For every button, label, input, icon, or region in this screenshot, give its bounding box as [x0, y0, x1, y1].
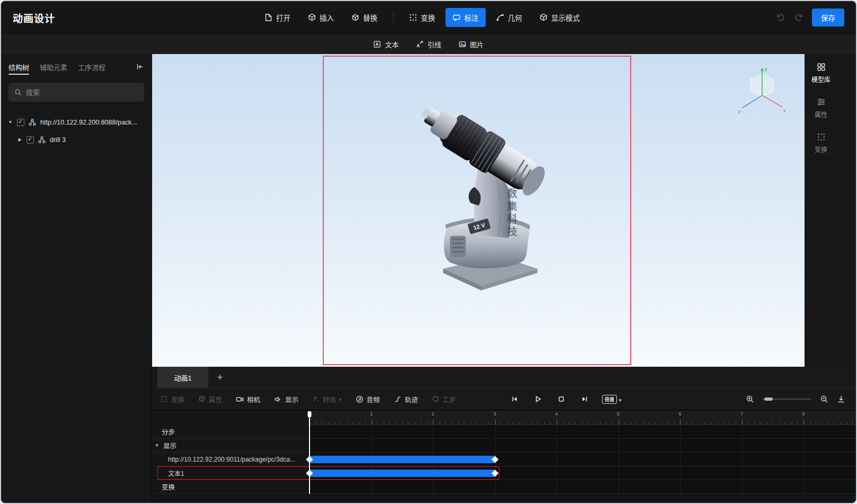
tab-process-flow[interactable]: 工序流程: [78, 54, 105, 79]
ruler-tick: [495, 420, 496, 425]
drill-3d-model[interactable]: 12 V: [420, 83, 560, 300]
ruler-number: 4: [555, 411, 558, 417]
zoom-in-icon[interactable]: [746, 395, 754, 403]
timeline-ruler[interactable]: 012345678: [152, 410, 856, 425]
viewport-3d[interactable]: 12 V 数集科技 y x: [152, 54, 805, 367]
ruler-tick: [322, 422, 322, 425]
stop-icon[interactable]: [558, 395, 565, 403]
app-title: 动画设计: [13, 11, 55, 25]
timeline-bar[interactable]: [310, 456, 495, 463]
undo-icon[interactable]: [776, 13, 785, 22]
button-label: 插入: [320, 12, 334, 23]
ruler-tick: [544, 422, 545, 425]
animation-tab[interactable]: 动画1: [157, 367, 208, 388]
open-button[interactable]: 打开: [257, 8, 297, 27]
model-library-button[interactable]: 模型库: [808, 63, 834, 84]
keyframe-diamond[interactable]: [492, 456, 498, 462]
properties-button[interactable]: 属性: [808, 98, 834, 119]
ruler-tick: [427, 422, 427, 425]
row-track[interactable]: [308, 466, 856, 480]
tree-item-package[interactable]: http://10.122.92.200:8088/pack...: [1, 113, 152, 131]
checkbox-icon[interactable]: [26, 136, 34, 144]
insert-button[interactable]: 插入: [301, 8, 341, 27]
row-track[interactable]: [308, 425, 856, 438]
ruler-tick: [729, 422, 730, 425]
tl-display-button[interactable]: 显示: [274, 394, 298, 404]
ruler-tick: [340, 422, 341, 425]
timeline-playhead[interactable]: [309, 411, 310, 494]
geometry-button[interactable]: 几何: [489, 8, 529, 27]
effects-icon: [312, 395, 320, 403]
tab-auxiliary-elements[interactable]: 辅助元素: [40, 54, 67, 79]
cube-icon: [198, 395, 206, 403]
save-button[interactable]: 保存: [812, 8, 844, 26]
text-annotation-button[interactable]: 文本: [373, 39, 399, 49]
tl-audio-button[interactable]: 音频: [356, 394, 380, 404]
row-track[interactable]: [308, 453, 856, 466]
ruler-tick: [766, 422, 767, 425]
tl-effects-button[interactable]: 特效: [312, 394, 342, 404]
row-label: 文本1: [152, 466, 308, 480]
ruler-number: 2: [431, 411, 434, 417]
tl-transform-button[interactable]: 变换: [161, 394, 184, 404]
replace-button[interactable]: 替换: [344, 8, 384, 27]
play-icon[interactable]: [534, 395, 542, 403]
timeline-row-transform[interactable]: 变换: [152, 480, 856, 494]
tab-structure-tree[interactable]: 结构树: [8, 54, 29, 79]
leader-annotation-button[interactable]: 引线: [416, 39, 441, 49]
previous-frame-icon[interactable]: [511, 395, 518, 403]
image-annotation-button[interactable]: 图片: [458, 39, 484, 49]
timeline-panel: 动画1 + 变换 属性 相机 显示 特效: [152, 367, 856, 503]
next-frame-icon[interactable]: [581, 395, 588, 403]
ruler-tick: [649, 422, 650, 425]
ruler-tick: [587, 422, 588, 425]
ruler-tick: [717, 422, 718, 425]
redo-icon[interactable]: [794, 13, 803, 22]
tree-item-drill3[interactable]: drill 3: [1, 131, 152, 148]
ruler-tick: [655, 422, 656, 425]
replace-icon: [351, 13, 359, 22]
ruler-tick: [674, 422, 674, 425]
tl-properties-button[interactable]: 属性: [198, 394, 222, 404]
tree-caret-icon[interactable]: [7, 120, 13, 125]
ruler-tick: [736, 422, 736, 425]
right-rail: 模型库 属性 变换: [805, 54, 856, 367]
tl-camera-button[interactable]: 相机: [236, 394, 260, 404]
playback-speed-selector[interactable]: 倍速: [602, 394, 622, 404]
keyframe-diamond[interactable]: [492, 470, 498, 476]
ruler-tick: [624, 422, 625, 425]
timeline-row-package-url[interactable]: http://10.122.92.200:9011/package/pc/3dc…: [152, 453, 856, 466]
add-animation-button[interactable]: +: [208, 367, 232, 388]
timeline-bar[interactable]: [310, 470, 495, 477]
transform-rail-button[interactable]: 变换: [808, 132, 834, 154]
annotate-button[interactable]: 标注: [445, 8, 485, 27]
timeline-zoom-slider[interactable]: [763, 399, 811, 400]
row-track[interactable]: [308, 439, 856, 452]
tl-workstep-button[interactable]: 工步: [432, 394, 456, 404]
ruler-tick: [773, 422, 773, 425]
search-input[interactable]: [26, 89, 138, 96]
ruler-tick: [532, 422, 532, 425]
ruler-tick: [513, 422, 514, 425]
slider-handle[interactable]: [764, 397, 773, 401]
display-mode-button[interactable]: 显示模式: [532, 8, 587, 27]
timeline-row-text1[interactable]: 文本1: [152, 466, 856, 480]
tree-caret-icon[interactable]: [17, 137, 23, 142]
structure-tree-panel: 结构树 辅助元素 工序流程 http://10.122.92.200:8088/…: [1, 54, 152, 503]
timeline-row-display[interactable]: 显示: [152, 439, 856, 453]
transform-button[interactable]: 变换: [402, 8, 442, 27]
ruler-tick: [464, 422, 464, 425]
zoom-out-icon[interactable]: [820, 395, 828, 403]
row-caret-icon[interactable]: [155, 443, 161, 448]
audio-icon: [356, 395, 364, 403]
ruler-tick: [359, 422, 359, 425]
ruler-number: 7: [740, 411, 743, 417]
row-track[interactable]: [308, 480, 856, 493]
tl-trajectory-button[interactable]: 轨迹: [394, 394, 418, 404]
navigation-cube[interactable]: y x z: [736, 63, 789, 116]
checkbox-icon[interactable]: [17, 119, 24, 126]
download-icon[interactable]: [837, 395, 845, 403]
collapse-panel-icon[interactable]: [136, 63, 144, 71]
row-label: 显示: [152, 439, 308, 452]
timeline-row-steps[interactable]: 分步: [152, 425, 856, 439]
